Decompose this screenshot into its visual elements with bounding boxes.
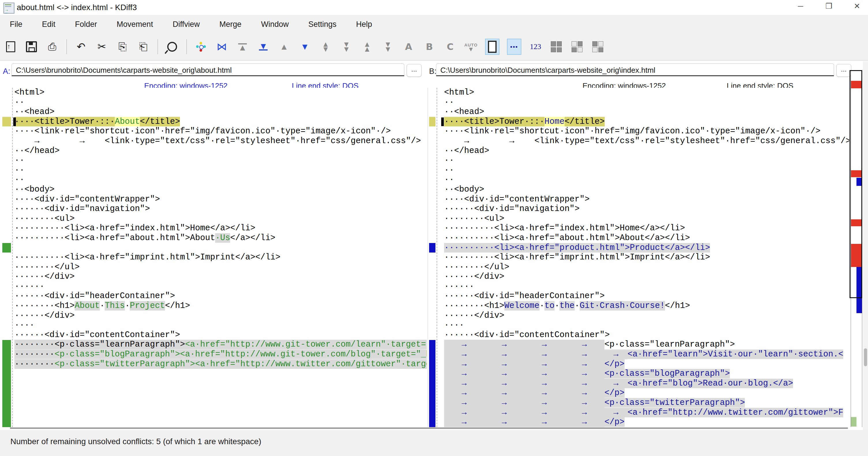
code-line[interactable]: ··········<li><a·href="index.html">Home<… <box>444 223 849 233</box>
paste-button[interactable]: ⎗ <box>137 39 150 54</box>
code-line[interactable]: ··<head> <box>14 107 427 117</box>
vertical-scrollbar-thumb[interactable] <box>864 348 867 366</box>
code-line[interactable]: ····<div·id="contentWrapper"> <box>14 195 427 204</box>
code-line[interactable]: ··········<li><a·href="imprint.html">Imp… <box>14 253 427 262</box>
code-line[interactable]: ··</head> <box>444 146 849 156</box>
next-delta-button[interactable]: ▼ <box>298 39 311 54</box>
code-line[interactable]: ··········<li><a·href="about.html">About… <box>14 233 427 243</box>
pane-b-browse-button[interactable]: ... <box>836 64 851 77</box>
pane-b-code-area[interactable]: <html>····<head>····<title>Tower·::·Home… <box>444 88 849 427</box>
code-line[interactable] <box>14 369 427 379</box>
menu-item-merge[interactable]: Merge <box>210 20 251 29</box>
undo-button[interactable]: ↶ <box>74 39 88 54</box>
split-layout-3-button[interactable] <box>591 39 604 54</box>
choose-c-button[interactable]: C <box>443 39 457 54</box>
code-line[interactable]: <html> <box>444 88 849 97</box>
open-file-button[interactable] <box>4 39 17 54</box>
code-line[interactable]: →→→→→<a·href="learn">Visit·our·"learn"·s… <box>444 349 849 359</box>
code-line[interactable]: ·· <box>14 97 427 107</box>
code-line[interactable]: ······ <box>444 282 849 291</box>
code-line[interactable]: ········<p·class="learnParagraph"><a·hre… <box>14 340 427 349</box>
menu-item-folder[interactable]: Folder <box>65 20 107 29</box>
pane-a-browse-button[interactable]: ... <box>407 64 422 77</box>
code-line[interactable]: ······</div> <box>444 311 849 321</box>
goto-first-delta-button[interactable]: ▲ <box>236 39 249 54</box>
choose-a-button[interactable]: A <box>402 39 415 54</box>
code-line[interactable]: ········<p·class="twitterParagraph"><a·h… <box>14 359 427 369</box>
pane-b-path-field[interactable]: C:\Users\brunobrito\Documents\carparts-w… <box>436 63 834 76</box>
menu-item-diffview[interactable]: Diffview <box>163 20 210 29</box>
code-line[interactable]: ······<div·id="contentContainer"> <box>444 330 849 340</box>
code-line[interactable]: ······<div·id="navigation"> <box>14 204 427 214</box>
code-line[interactable]: ········<h1>About·This·Project</h1> <box>14 301 427 311</box>
code-line[interactable]: ······ <box>14 282 427 291</box>
show-whitespace-chars-toggle[interactable]: ▪▪▪ <box>507 39 521 55</box>
next-unsolved-conflict-button[interactable]: ▼▼ <box>381 39 395 54</box>
code-line[interactable]: ··········<li><a·href="index.html">Home<… <box>14 223 427 233</box>
code-line[interactable]: →→→→→<a·href="blog">Read·our·blog.</a> <box>444 379 849 389</box>
save-button[interactable] <box>25 39 38 54</box>
code-line[interactable]: ····<title>Tower·::·About</title> <box>14 117 427 127</box>
pane-a-code-area[interactable]: <html>····<head>····<title>Tower·::·Abou… <box>14 88 427 427</box>
code-line[interactable]: ··········<li><a·href="about.html">About… <box>444 233 849 243</box>
code-line[interactable]: ·· <box>14 155 427 165</box>
code-line[interactable] <box>14 243 427 253</box>
code-line[interactable]: ·· <box>14 165 427 175</box>
code-line[interactable]: ·· <box>444 165 849 175</box>
show-whitespace-toggle[interactable] <box>485 39 499 55</box>
code-line[interactable]: ······</div> <box>444 272 849 282</box>
print-button[interactable]: ⎙ <box>45 39 59 54</box>
code-line[interactable]: →→→→</p> <box>444 359 849 369</box>
vertical-scrollbar[interactable] <box>863 61 868 456</box>
code-line[interactable] <box>14 417 427 427</box>
code-line[interactable] <box>14 398 427 408</box>
prev-unsolved-conflict-button[interactable]: ▲▲ <box>361 39 374 54</box>
split-layout-1-button[interactable] <box>550 39 563 54</box>
code-line[interactable] <box>14 408 427 418</box>
code-line[interactable]: ·· <box>14 175 427 185</box>
code-line[interactable]: ········<h1>Welcome·to·the·Git·Crash·Cou… <box>444 301 849 311</box>
goto-current-delta-button[interactable]: ⋈ <box>215 39 228 54</box>
pane-a-path-field[interactable]: C:\Users\brunobrito\Documents\carparts-w… <box>11 63 404 76</box>
code-line[interactable]: ········</ul> <box>14 262 427 272</box>
cut-button[interactable]: ✂ <box>95 39 108 54</box>
split-layout-2-button[interactable] <box>570 39 584 54</box>
code-line[interactable]: ··</head> <box>14 146 427 156</box>
code-line[interactable]: ······</div> <box>14 272 427 282</box>
code-line[interactable]: ········</ul> <box>444 262 849 272</box>
code-line[interactable]: ········<ul> <box>444 214 849 224</box>
code-line[interactable]: ··········<li><a·href="imprint.html">Imp… <box>444 253 849 262</box>
code-line[interactable] <box>14 379 427 389</box>
code-line[interactable]: ····<title>Tower·::·Home</title> <box>444 117 849 127</box>
search-button[interactable] <box>165 39 179 54</box>
code-line[interactable]: ··<body> <box>14 185 427 195</box>
menu-item-movement[interactable]: Movement <box>107 20 163 29</box>
code-line[interactable] <box>14 388 427 398</box>
code-line[interactable]: ······</div> <box>14 311 427 321</box>
code-line[interactable]: ·· <box>444 155 849 165</box>
code-line[interactable]: ········<ul> <box>14 214 427 224</box>
code-line[interactable]: →→→→<p·class="learnParagraph"> <box>444 340 849 349</box>
code-line[interactable]: →→→→→<a·href="http://www.twitter.com/git… <box>444 408 849 418</box>
prev-delta-button[interactable]: ▲ <box>277 39 291 54</box>
code-line[interactable]: → → <link·type="text/css"·rel="styleshee… <box>444 136 849 146</box>
code-line[interactable]: ·· <box>444 175 849 185</box>
reload-button[interactable] <box>194 39 208 54</box>
maximize-button[interactable]: ❐ <box>823 2 835 11</box>
code-line[interactable]: ···· <box>14 320 427 330</box>
code-line[interactable]: →→→→<p·class="twitterParagraph"> <box>444 398 849 408</box>
code-line[interactable]: ······<div·id="contentContainer"> <box>14 330 427 340</box>
code-line[interactable]: ······<div·id="headerContainer"> <box>14 291 427 301</box>
close-button[interactable]: ✕ <box>851 2 863 11</box>
menu-item-edit[interactable]: Edit <box>32 20 65 29</box>
copy-button[interactable]: ⎘ <box>116 39 129 54</box>
code-line[interactable]: ······<div·id="navigation"> <box>444 204 849 214</box>
code-line[interactable]: ··<head> <box>444 107 849 117</box>
auto-solve-button[interactable]: AUTO▼ <box>464 39 477 54</box>
code-line[interactable]: ····<link·rel="shortcut·icon"·href="img/… <box>444 126 849 136</box>
code-line[interactable]: ··<body> <box>444 185 849 195</box>
menu-item-window[interactable]: Window <box>251 20 299 29</box>
code-line[interactable]: → → <link·type="text/css"·rel="styleshee… <box>14 136 427 146</box>
menu-item-settings[interactable]: Settings <box>299 20 346 29</box>
code-line[interactable]: ······<div·id="headerContainer"> <box>444 291 849 301</box>
